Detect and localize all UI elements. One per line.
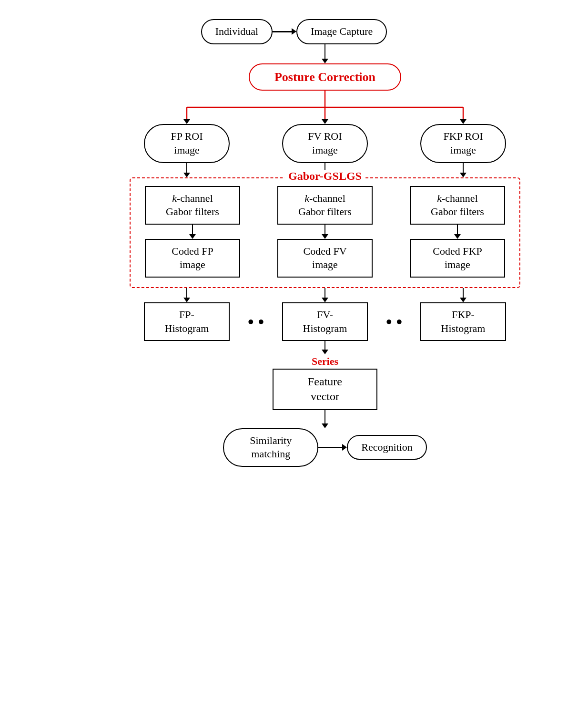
coded-fkp-node: Coded FKPimage bbox=[410, 239, 505, 278]
gabor-fv-col: k-channelGabor filters Coded FVimage bbox=[268, 186, 382, 278]
dots-right: • • bbox=[386, 308, 402, 336]
series-label: Series bbox=[312, 355, 338, 368]
hist-to-series: Series bbox=[312, 341, 338, 369]
fkp-histogram-node: FKP-Histogram bbox=[420, 302, 506, 341]
bottom-row: Similaritymatching Recognition bbox=[223, 428, 427, 467]
gabor-fkp-col: k-channelGabor filters Coded FKPimage bbox=[400, 186, 515, 278]
feature-vector-wrapper: Featurevector bbox=[273, 369, 377, 410]
gabor-gslgs-box: Gabor-GSLGS k-channelGabor filters Coded… bbox=[130, 177, 520, 288]
fp-roi-node: FP ROIimage bbox=[144, 124, 230, 163]
coded-fp-node: Coded FPimage bbox=[145, 239, 240, 278]
k-gabor-3-node: k-channelGabor filters bbox=[410, 186, 505, 225]
feature-vector-node: Featurevector bbox=[273, 369, 377, 410]
fkp-col: FKP ROIimage bbox=[406, 124, 520, 163]
similarity-matching-node: Similaritymatching bbox=[223, 428, 318, 467]
arrow-individual-to-capture bbox=[273, 28, 296, 35]
arrow-capture-to-posture bbox=[322, 44, 328, 63]
fv-histogram-node: FV-Histogram bbox=[282, 302, 368, 341]
fp-histogram-node: FP-Histogram bbox=[144, 302, 230, 341]
gabor-gslgs-label: Gabor-GSLGS bbox=[284, 170, 365, 183]
coded-fv-node: Coded FVimage bbox=[277, 239, 373, 278]
svg-marker-3 bbox=[183, 119, 190, 124]
fv-roi-node: FV ROIimage bbox=[282, 124, 368, 163]
fv-col: FV ROIimage bbox=[268, 124, 382, 163]
coded-to-hist-row bbox=[130, 288, 520, 302]
arrow-kg1-to-cfp bbox=[189, 225, 196, 239]
svg-marker-5 bbox=[322, 119, 328, 124]
recognition-node: Recognition bbox=[347, 435, 427, 460]
arrow-kg2-to-cfv bbox=[322, 225, 328, 239]
roi-row: FP ROIimage FV ROIimage FKP ROIimage bbox=[130, 124, 520, 163]
arrow-sim-to-rec bbox=[318, 444, 347, 451]
arrow-fv-to-sim bbox=[322, 410, 328, 428]
fp-col: FP ROIimage bbox=[130, 124, 244, 163]
histogram-row: FP-Histogram • • FV-Histogram • • FKP-Hi… bbox=[130, 302, 520, 341]
arrow-kg3-to-cfkp bbox=[454, 225, 461, 239]
top-row: Individual Image Capture bbox=[201, 19, 387, 44]
individual-node: Individual bbox=[201, 19, 273, 44]
gabor-fp-col: k-channelGabor filters Coded FPimage bbox=[135, 186, 250, 278]
diagram: Individual Image Capture Posture Correct… bbox=[80, 19, 508, 467]
svg-marker-7 bbox=[460, 119, 466, 124]
fkp-roi-node: FKP ROIimage bbox=[420, 124, 506, 163]
k-gabor-2-node: k-channelGabor filters bbox=[277, 186, 373, 225]
image-capture-node: Image Capture bbox=[296, 19, 387, 44]
dots-left: • • bbox=[248, 308, 264, 336]
posture-correction-node: Posture Correction bbox=[249, 63, 401, 91]
branch-svg bbox=[130, 91, 520, 124]
k-gabor-1-node: k-channelGabor filters bbox=[145, 186, 240, 225]
